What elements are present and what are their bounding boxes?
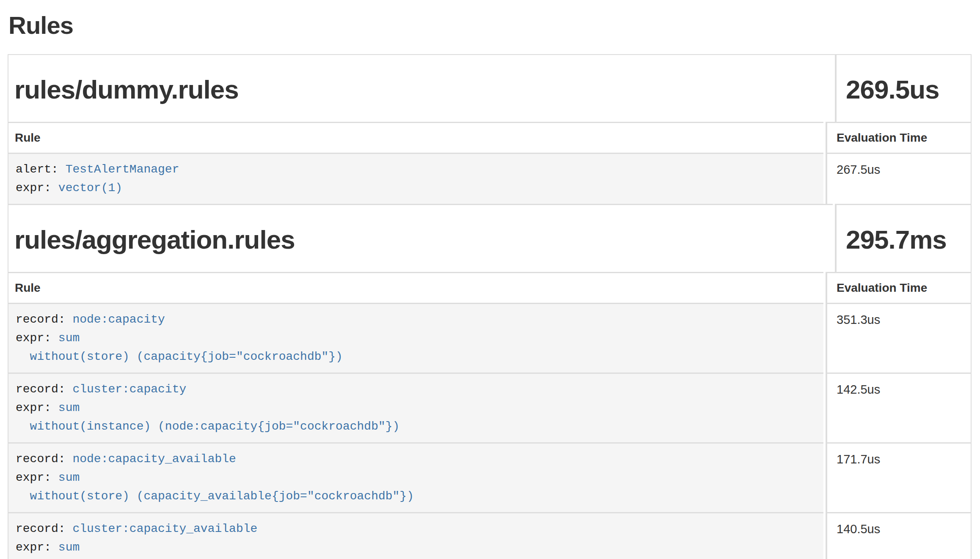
rules-table: rules/dummy.rules269.5usRuleEvaluation T… — [8, 54, 972, 559]
rule-definition: record: node:capacity expr: sum without(… — [8, 304, 823, 373]
rule-keyword: expr: — [16, 181, 58, 195]
rule-group-header-time-cell: 295.7ms — [837, 204, 971, 272]
rule-keyword: record: — [16, 383, 72, 396]
rule-row-rule-cell: record: cluster:capacity_available expr:… — [8, 512, 823, 559]
rule-group-header: rules/aggregation.rules295.7ms — [8, 204, 971, 272]
rule-keyword: record: — [16, 452, 72, 466]
rule-group-name: rules/aggregation.rules — [8, 205, 833, 272]
rule-eval-time: 140.5us — [837, 522, 880, 536]
rule-expression-link[interactable]: sum — [58, 471, 80, 484]
rule-expression-link[interactable]: vector(1) — [58, 181, 122, 195]
rule-group-name: rules/dummy.rules — [8, 55, 833, 122]
column-divider — [823, 122, 827, 153]
column-divider — [823, 512, 827, 559]
rule-keyword: alert: — [16, 163, 66, 176]
rule-keyword: expr: — [16, 471, 58, 484]
rule-group-header-rule-cell: rules/dummy.rules — [8, 55, 833, 122]
page-title: Rules — [8, 12, 972, 39]
column-header-time-cell: Evaluation Time — [827, 272, 971, 303]
rule-expression-link[interactable]: without(store) (capacity_available{job="… — [16, 490, 414, 503]
column-header-rule-cell: Rule — [8, 122, 823, 153]
rule-row: record: cluster:capacity_available expr:… — [8, 512, 971, 559]
rule-row-rule-cell: alert: TestAlertManager expr: vector(1) — [8, 153, 823, 204]
rule-row: record: node:capacity expr: sum without(… — [8, 303, 971, 373]
rule-eval-time: 351.3us — [837, 313, 880, 326]
rule-eval-time: 142.5us — [837, 383, 880, 396]
rule-group-eval-time: 295.7ms — [837, 205, 971, 272]
rule-row-rule-cell: record: node:capacity expr: sum without(… — [8, 303, 823, 373]
rule-expression-link[interactable]: without(instance) (node:capacity{job="co… — [16, 420, 399, 433]
rule-expression-link[interactable]: without(store) (capacity{job="cockroachd… — [16, 350, 343, 363]
rule-expression-link[interactable]: sum — [58, 332, 80, 345]
rule-expression-link[interactable]: node:capacity_available — [72, 452, 236, 466]
rule-definition: record: node:capacity_available expr: su… — [8, 444, 823, 512]
column-divider — [823, 373, 827, 442]
rule-group-header-time-cell: 269.5us — [837, 55, 971, 122]
rule-column-label: Rule — [15, 281, 41, 294]
rule-keyword: record: — [16, 522, 72, 535]
column-divider — [833, 55, 837, 122]
rule-row-time-cell: 142.5us — [827, 373, 971, 442]
rule-group-eval-time: 269.5us — [837, 55, 971, 122]
rule-expression-link[interactable]: sum — [58, 541, 80, 554]
rule-expression-link[interactable]: cluster:capacity — [72, 383, 186, 396]
rule-row-time-cell: 140.5us — [827, 512, 971, 559]
rule-definition: alert: TestAlertManager expr: vector(1) — [8, 154, 823, 204]
rule-keyword: expr: — [16, 401, 58, 414]
rules-page: Rules rules/dummy.rules269.5usRuleEvalua… — [0, 0, 980, 559]
rule-keyword: record: — [16, 313, 72, 326]
column-divider — [833, 204, 837, 272]
rule-eval-time: 171.7us — [837, 452, 880, 466]
rule-expression-link[interactable]: TestAlertManager — [66, 163, 179, 176]
rule-keyword: expr: — [16, 541, 58, 554]
rule-expression-link[interactable]: node:capacity — [72, 313, 165, 326]
rule-row: record: node:capacity_available expr: su… — [8, 442, 971, 512]
evaluation-time-column-label: Evaluation Time — [837, 281, 927, 294]
column-divider — [823, 303, 827, 373]
column-header-rule-cell: Rule — [8, 272, 823, 303]
rule-keyword: expr: — [16, 332, 58, 345]
rule-group-header: rules/dummy.rules269.5us — [8, 55, 971, 122]
column-divider — [823, 272, 827, 303]
rule-row-rule-cell: record: cluster:capacity expr: sum witho… — [8, 373, 823, 442]
rule-row-time-cell: 351.3us — [827, 303, 971, 373]
rule-eval-time: 267.5us — [837, 163, 880, 176]
column-divider — [823, 153, 827, 204]
rule-expression-link[interactable]: cluster:capacity_available — [72, 522, 257, 535]
column-divider — [823, 442, 827, 512]
rule-row-time-cell: 171.7us — [827, 442, 971, 512]
column-header: RuleEvaluation Time — [8, 272, 971, 303]
rule-group-header-rule-cell: rules/aggregation.rules — [8, 204, 833, 272]
rule-expression-link[interactable]: sum — [58, 401, 80, 414]
evaluation-time-column-label: Evaluation Time — [837, 131, 927, 144]
rule-row: alert: TestAlertManager expr: vector(1)2… — [8, 153, 971, 204]
column-header: RuleEvaluation Time — [8, 122, 971, 153]
rule-definition: record: cluster:capacity expr: sum witho… — [8, 374, 823, 442]
rule-column-label: Rule — [15, 131, 41, 144]
rule-definition: record: cluster:capacity_available expr:… — [8, 513, 823, 559]
rule-row-time-cell: 267.5us — [827, 153, 971, 204]
rule-row-rule-cell: record: node:capacity_available expr: su… — [8, 442, 823, 512]
column-header-time-cell: Evaluation Time — [827, 122, 971, 153]
rule-row: record: cluster:capacity expr: sum witho… — [8, 373, 971, 442]
